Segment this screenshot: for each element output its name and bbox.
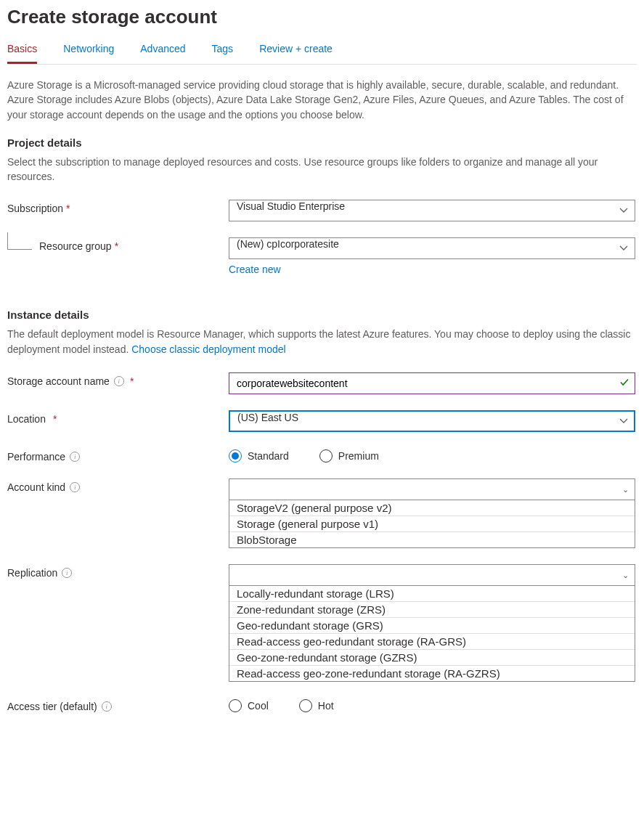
radio-selected-icon: [229, 449, 242, 463]
project-details-desc: Select the subscription to manage deploy…: [7, 155, 637, 184]
replication-option[interactable]: Locally-redundant storage (LRS): [229, 586, 635, 601]
storage-account-name-label: Storage account name: [7, 375, 110, 387]
tab-review-create[interactable]: Review + create: [259, 38, 333, 64]
account-kind-option[interactable]: StorageV2 (general purpose v2): [229, 500, 635, 516]
access-tier-cool-radio[interactable]: Cool: [229, 699, 269, 712]
required-marker: *: [66, 203, 70, 214]
info-icon[interactable]: i: [62, 568, 72, 578]
performance-label: Performance: [7, 451, 65, 463]
tab-advanced[interactable]: Advanced: [140, 38, 185, 64]
account-kind-option[interactable]: Storage (general purpose v1): [229, 516, 635, 531]
replication-label: Replication: [7, 567, 57, 579]
performance-premium-radio[interactable]: Premium: [319, 449, 379, 463]
replication-option[interactable]: Read-access geo-redundant storage (RA-GR…: [229, 633, 635, 649]
required-marker: *: [53, 413, 57, 425]
chevron-down-icon: ⌄: [622, 485, 629, 494]
replication-option[interactable]: Geo-redundant storage (GRS): [229, 617, 635, 633]
replication-option[interactable]: Zone-redundant storage (ZRS): [229, 601, 635, 617]
replication-option[interactable]: Read-access geo-zone-redundant storage (…: [229, 665, 635, 681]
project-details-heading: Project details: [7, 137, 637, 149]
subscription-select[interactable]: Visual Studio Enterprise: [229, 200, 635, 221]
tab-tags[interactable]: Tags: [212, 38, 234, 64]
required-marker: *: [115, 240, 118, 252]
required-marker: *: [130, 375, 134, 387]
location-select[interactable]: (US) East US: [229, 410, 635, 432]
classic-deployment-link[interactable]: Choose classic deployment model: [131, 343, 285, 355]
performance-standard-radio[interactable]: Standard: [229, 449, 289, 463]
info-icon[interactable]: i: [114, 376, 124, 386]
replication-select[interactable]: ⌄: [229, 564, 635, 586]
info-icon[interactable]: i: [70, 482, 80, 492]
instance-details-desc: The default deployment model is Resource…: [7, 327, 637, 357]
instance-details-heading: Instance details: [7, 309, 637, 321]
account-kind-label: Account kind: [7, 481, 65, 493]
storage-account-name-input[interactable]: [229, 372, 635, 394]
tab-bar: Basics Networking Advanced Tags Review +…: [7, 38, 637, 65]
access-tier-hot-radio[interactable]: Hot: [299, 699, 334, 712]
tab-networking[interactable]: Networking: [63, 38, 114, 64]
intro-text: Azure Storage is a Microsoft-managed ser…: [7, 78, 637, 122]
resource-group-select[interactable]: (New) cpIcorporatesite: [229, 237, 635, 259]
account-kind-option[interactable]: BlobStorage: [229, 531, 635, 547]
info-icon[interactable]: i: [102, 701, 112, 712]
subscription-label: Subscription: [7, 203, 63, 214]
checkmark-icon: [619, 378, 629, 390]
radio-unselected-icon: [299, 699, 312, 712]
resource-group-label: Resource group: [39, 240, 112, 252]
page-title: Create storage account: [7, 6, 637, 28]
info-icon[interactable]: i: [70, 452, 80, 462]
tree-line-icon: [7, 232, 32, 250]
replication-option[interactable]: Geo-zone-redundant storage (GZRS): [229, 649, 635, 665]
replication-listbox: Locally-redundant storage (LRS) Zone-red…: [229, 586, 635, 682]
location-label: Location: [7, 413, 46, 425]
radio-unselected-icon: [319, 449, 333, 463]
account-kind-select[interactable]: ⌄: [229, 478, 635, 500]
chevron-down-icon: ⌄: [622, 571, 629, 580]
tab-basics[interactable]: Basics: [7, 38, 37, 64]
radio-unselected-icon: [229, 699, 242, 712]
create-new-link[interactable]: Create new: [229, 264, 281, 275]
access-tier-label: Access tier (default): [7, 701, 97, 712]
account-kind-listbox: StorageV2 (general purpose v2) Storage (…: [229, 500, 635, 548]
